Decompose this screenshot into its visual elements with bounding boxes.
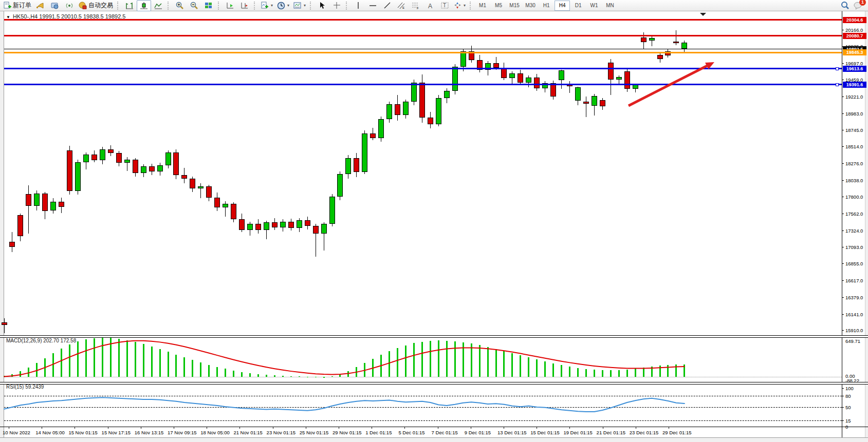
search-icon[interactable] [841, 1, 849, 10]
chart-dropdown-icon[interactable]: ▼ [6, 15, 10, 20]
metaeditor-button[interactable] [48, 0, 62, 11]
price-tick-label: 18745.0 [845, 127, 863, 133]
trendline-button[interactable] [380, 0, 394, 11]
cursor-button[interactable] [315, 0, 329, 11]
time-tick-mark [207, 427, 207, 429]
macd-histogram-bar [233, 371, 234, 377]
timeframe-button-h1[interactable]: H1 [539, 1, 554, 11]
candle-body [534, 78, 540, 88]
svg-text:F: F [417, 7, 419, 9]
macd-histogram-bar [602, 370, 603, 377]
candle-body [592, 96, 597, 106]
templates-button[interactable]: ▾ [291, 0, 308, 11]
zoom-in-button[interactable] [173, 0, 187, 11]
macd-histogram-bar [331, 376, 333, 377]
toolbar-separator [310, 2, 313, 10]
fibonacci-button[interactable]: F [409, 0, 423, 11]
notification-badge: 1 [859, 0, 866, 6]
price-level-line[interactable] [4, 19, 842, 21]
rsi-tick-mark [842, 427, 844, 427]
price-level-line[interactable] [4, 84, 842, 85]
tile-windows-button[interactable] [201, 0, 216, 11]
arrows-button[interactable]: ▾ [452, 0, 468, 11]
candle-body [247, 224, 253, 230]
timeframe-button-m1[interactable]: M1 [475, 1, 490, 11]
time-tick-mark [339, 427, 339, 429]
chart-shift-marker[interactable] [700, 13, 706, 16]
timeframe-button-w1[interactable]: W1 [586, 1, 602, 11]
macd-histogram-bar [659, 366, 661, 377]
candlestick-icon [140, 2, 148, 9]
time-tick-mark [141, 427, 141, 429]
macd-histogram-bar [225, 369, 226, 377]
dropdown-arrow: ▾ [304, 3, 306, 8]
candle-body [190, 179, 195, 188]
candle-body [509, 73, 515, 79]
price-level-line[interactable] [4, 49, 842, 49]
line-drag-handle[interactable] [836, 83, 839, 86]
candle-body [288, 222, 294, 228]
rsi-line [4, 397, 685, 412]
macd-histogram-bar [216, 367, 218, 377]
rsi-scale-label: 15 [845, 418, 851, 424]
candlestick-chart-button[interactable] [137, 0, 151, 11]
candle-body [34, 194, 40, 206]
timeframe-button-m15[interactable]: M15 [507, 1, 522, 11]
macd-histogram-bar [594, 370, 595, 377]
macd-histogram-bar [479, 345, 481, 377]
timeframe-button-d1[interactable]: D1 [570, 1, 586, 11]
price-level-badge: 19613.6 [843, 66, 866, 72]
timeframe-button-mn[interactable]: MN [602, 1, 618, 11]
vertical-line-button[interactable] [351, 0, 365, 11]
price-tick-label: 16617.0 [845, 278, 863, 283]
time-tick-label: 13 Dec 01:15 [497, 430, 527, 435]
candle-body [42, 194, 48, 211]
periods-button[interactable]: ▾ [275, 0, 291, 11]
price-level-line[interactable] [4, 52, 842, 53]
macd-histogram-bar [69, 344, 70, 377]
timeframe-button-m30[interactable]: M30 [523, 1, 538, 11]
candle-body [616, 77, 622, 80]
signals-button[interactable] [62, 0, 77, 11]
autotrading-button[interactable]: 自动交易 [77, 0, 115, 11]
toolbar-separator [254, 2, 257, 10]
price-tick-mark [842, 330, 844, 331]
rsi-pane-separator[interactable] [0, 382, 868, 385]
price-axis-line [842, 11, 842, 437]
text-label-button[interactable]: T [437, 0, 452, 11]
candle-body [452, 67, 458, 91]
price-tick-label: 16379.0 [845, 295, 863, 300]
timeframe-button-m5[interactable]: M5 [491, 1, 506, 11]
zoom-out-button[interactable] [187, 0, 201, 11]
text-button[interactable]: A [423, 0, 437, 11]
candle-body [362, 133, 367, 172]
chat-icon[interactable]: 1 [854, 2, 863, 10]
candle-body [157, 165, 163, 171]
chart-shift-button[interactable] [237, 0, 252, 11]
macd-histogram-bar [675, 364, 677, 377]
equidistant-channel-button[interactable]: E [394, 0, 409, 11]
price-level-line[interactable] [4, 35, 842, 36]
crosshair-button[interactable] [329, 0, 344, 11]
alerts-button[interactable] [33, 0, 48, 11]
horizontal-line-button[interactable] [365, 0, 380, 11]
macd-histogram-bar [471, 343, 472, 377]
candle-body [100, 149, 105, 160]
time-tick-mark [569, 427, 570, 429]
line-chart-button[interactable] [151, 0, 165, 11]
candle-body [559, 70, 564, 80]
macd-histogram-bar [397, 348, 398, 377]
bar-chart-button[interactable] [122, 0, 137, 11]
timeframe-button-h4[interactable]: H4 [555, 1, 570, 11]
auto-scroll-button[interactable] [223, 0, 237, 11]
line-drag-handle[interactable] [836, 67, 839, 70]
macd-pane-separator[interactable] [0, 335, 868, 338]
time-tick-label: 5 Dec 01:15 [398, 430, 424, 435]
macd-histogram-bar [192, 360, 193, 377]
candle-body [337, 174, 343, 197]
price-level-line[interactable] [4, 68, 842, 69]
macd-histogram-bar [635, 369, 636, 377]
price-tick-mark [842, 247, 844, 247]
indicators-button[interactable]: ▾ [259, 0, 275, 11]
new-order-button[interactable]: 新订单 [2, 0, 33, 11]
